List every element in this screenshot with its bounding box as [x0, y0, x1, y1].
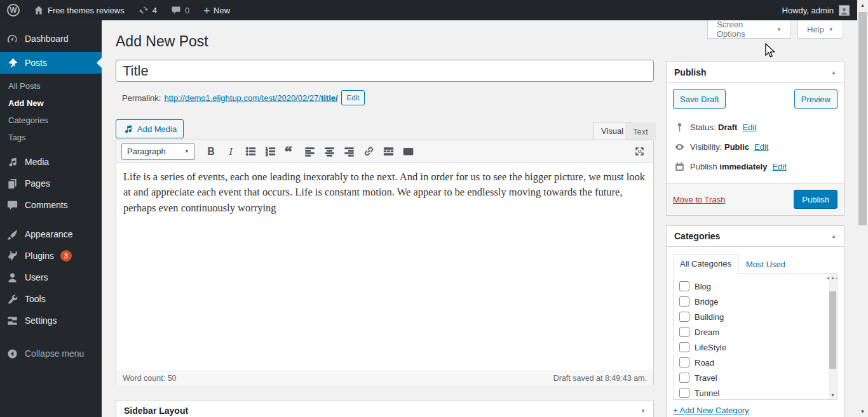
edit-schedule-link[interactable]: Edit: [772, 162, 786, 171]
scroll-up-icon[interactable]: ▲: [829, 274, 837, 282]
sidebar-item-pages[interactable]: Pages: [0, 173, 102, 194]
posts-submenu: All Posts Add New Categories Tags: [0, 74, 102, 151]
help-tab[interactable]: Help: [797, 20, 843, 39]
toggle-panel-icon[interactable]: [831, 70, 836, 76]
toggle-panel-icon[interactable]: [831, 234, 836, 239]
editor-statusbar: Word count: 50 Draft saved at 8:49:43 am…: [116, 371, 653, 385]
updates-link[interactable]: 4: [132, 0, 164, 20]
categories-header[interactable]: Categories: [667, 226, 844, 247]
scroll-up-icon[interactable]: [857, 0, 868, 11]
tab-most-used[interactable]: Most Used: [738, 256, 793, 273]
permalink-slug: title/: [321, 93, 338, 103]
admin-bar: Free themes reviews 4 0 New Howdy, admin: [0, 0, 857, 20]
tab-all-categories[interactable]: All Categories: [673, 255, 738, 274]
scroll-down-icon[interactable]: [857, 406, 868, 417]
blockquote-button[interactable]: “: [281, 143, 299, 160]
edit-status-link[interactable]: Edit: [742, 122, 756, 132]
avatar[interactable]: [839, 5, 850, 16]
permalink-link[interactable]: http://demo1.elightup.com/test/2020/02/2…: [164, 93, 337, 103]
toolbar-toggle-button[interactable]: [399, 143, 417, 160]
permalink-url: http://demo1.elightup.com/test/2020/02/2…: [164, 93, 320, 103]
comments-link[interactable]: 0: [164, 0, 196, 20]
sidebar-item-users[interactable]: Users: [0, 267, 102, 288]
category-checkbox[interactable]: [679, 296, 689, 307]
media-icon: [123, 124, 133, 135]
align-center-button[interactable]: [320, 143, 338, 160]
add-media-button[interactable]: Add Media: [116, 119, 184, 138]
post-title-input[interactable]: [116, 60, 654, 82]
sidebar-item-label: Comments: [25, 200, 68, 210]
category-item: Dream: [679, 324, 824, 340]
category-checkbox[interactable]: [679, 373, 689, 383]
schedule-text: Publish immediately: [690, 162, 767, 171]
blockquote-icon: “: [284, 145, 296, 157]
category-item: Blog: [679, 279, 824, 294]
scrollbar-thumb[interactable]: [858, 12, 867, 225]
updates-count: 4: [153, 6, 157, 15]
bullet-list-button[interactable]: [241, 143, 259, 160]
permalink-edit-button[interactable]: Edit: [341, 90, 365, 105]
category-item: Travel: [679, 370, 824, 385]
sidebar-item-comments[interactable]: Comments: [0, 194, 102, 216]
category-label: Blog: [695, 282, 711, 291]
sidebar-item-label: Appearance: [25, 229, 73, 239]
distraction-free-button[interactable]: [630, 143, 648, 160]
submenu-add-new[interactable]: Add New: [0, 95, 102, 112]
toggle-panel-icon[interactable]: [641, 408, 646, 414]
word-count: Word count: 50: [123, 374, 177, 383]
paragraph-format-select[interactable]: Paragraph: [121, 143, 195, 160]
align-left-button[interactable]: [301, 143, 318, 160]
scroll-down-icon[interactable]: ▼: [829, 391, 837, 399]
status-text: Status: Draft: [690, 122, 737, 132]
category-checkbox[interactable]: [679, 327, 689, 337]
scrollbar-thumb[interactable]: [829, 291, 836, 369]
category-checkbox[interactable]: [679, 312, 689, 322]
submenu-all-posts[interactable]: All Posts: [0, 77, 102, 95]
wordpress-logo-icon: [7, 4, 20, 17]
sidebar-item-dashboard[interactable]: Dashboard: [0, 28, 102, 50]
publish-header[interactable]: Publish: [667, 62, 844, 83]
post-content-editor[interactable]: Life is a series of events, each one lea…: [116, 163, 653, 371]
publish-button[interactable]: Publish: [794, 190, 837, 209]
fullscreen-expand-icon: [634, 145, 646, 157]
site-name-link[interactable]: Free themes reviews: [27, 0, 132, 20]
page-scrollbar[interactable]: [857, 0, 868, 417]
plus-icon: [203, 5, 210, 16]
category-checkbox[interactable]: [679, 281, 689, 291]
sidebar-item-settings[interactable]: Settings: [0, 310, 102, 331]
categories-panel: Categories All Categories Most Used Blog…: [666, 225, 844, 417]
read-more-button[interactable]: [379, 143, 397, 160]
move-to-trash-link[interactable]: Move to Trash: [673, 195, 725, 204]
collapse-menu-button[interactable]: Collapse menu: [0, 343, 102, 364]
category-list-scrollbar[interactable]: ▲ ▼: [829, 274, 837, 399]
save-draft-button[interactable]: Save Draft: [673, 89, 726, 109]
tab-text[interactable]: Text: [625, 122, 656, 140]
category-checkbox[interactable]: [679, 342, 689, 352]
screen-options-tab[interactable]: Screen Options: [707, 20, 791, 39]
user-silhouette-icon: [840, 7, 848, 15]
category-checkbox[interactable]: [679, 388, 689, 398]
category-checklist: Blog Bridge Building Dream LifeStyle Roa…: [673, 273, 837, 400]
wp-logo-menu[interactable]: [0, 0, 27, 20]
align-right-button[interactable]: [340, 143, 358, 160]
new-content-menu[interactable]: New: [196, 0, 237, 20]
category-checkbox[interactable]: [679, 357, 689, 367]
bold-button[interactable]: [202, 143, 220, 160]
sidebar-item-media[interactable]: Media: [0, 151, 102, 173]
submenu-tags[interactable]: Tags: [0, 129, 102, 146]
edit-visibility-link[interactable]: Edit: [754, 142, 768, 152]
italic-button[interactable]: [222, 143, 240, 160]
help-label: Help: [807, 25, 824, 34]
submenu-categories[interactable]: Categories: [0, 112, 102, 129]
sidebar-item-plugins[interactable]: Plugins 3: [0, 245, 102, 267]
draft-saved-text: Draft saved at 8:49:43 am.: [553, 374, 647, 383]
add-new-category-link[interactable]: + Add New Category: [673, 406, 749, 415]
howdy-account-link[interactable]: Howdy, admin: [782, 0, 834, 20]
sidebar-item-tools[interactable]: Tools: [0, 288, 102, 310]
sidebar-item-posts[interactable]: Posts: [0, 52, 102, 74]
insert-link-button[interactable]: [360, 143, 377, 160]
sidebar-layout-header[interactable]: Sidebar Layout: [116, 400, 653, 417]
preview-button[interactable]: Preview: [794, 89, 837, 109]
numbered-list-button[interactable]: 123: [261, 143, 279, 160]
sidebar-item-appearance[interactable]: Appearance: [0, 223, 102, 245]
